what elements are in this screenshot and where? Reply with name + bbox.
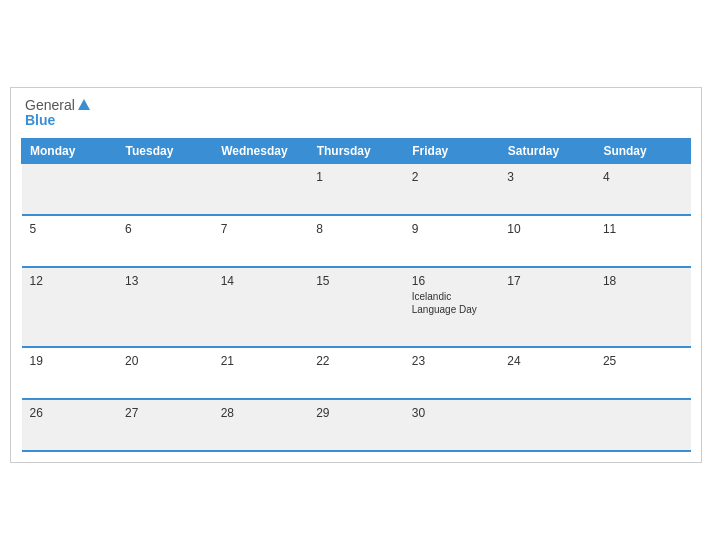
day-number: 13 (125, 274, 205, 288)
day-number: 12 (30, 274, 110, 288)
day-number: 27 (125, 406, 205, 420)
calendar-cell: 1 (308, 164, 404, 216)
calendar-cell: 21 (213, 347, 309, 399)
day-number: 15 (316, 274, 396, 288)
calendar-cell: 29 (308, 399, 404, 451)
calendar-cell: 20 (117, 347, 213, 399)
calendar-cell: 6 (117, 215, 213, 267)
day-number: 5 (30, 222, 110, 236)
calendar-cell (22, 164, 118, 216)
weekday-header-thursday: Thursday (308, 139, 404, 164)
weekday-header-row: MondayTuesdayWednesdayThursdayFridaySatu… (22, 139, 691, 164)
calendar-week-row: 19202122232425 (22, 347, 691, 399)
calendar-week-row: 1234 (22, 164, 691, 216)
calendar-cell: 22 (308, 347, 404, 399)
day-number: 24 (507, 354, 587, 368)
day-number: 10 (507, 222, 587, 236)
calendar-cell: 8 (308, 215, 404, 267)
calendar-cell: 25 (595, 347, 691, 399)
day-number: 21 (221, 354, 301, 368)
calendar-cell: 5 (22, 215, 118, 267)
calendar-week-row: 1213141516Icelandic Language Day1718 (22, 267, 691, 347)
calendar-cell (213, 164, 309, 216)
day-number: 28 (221, 406, 301, 420)
day-number: 16 (412, 274, 492, 288)
calendar-cell: 2 (404, 164, 500, 216)
calendar-cell: 11 (595, 215, 691, 267)
calendar-cell (499, 399, 595, 451)
calendar-cell: 16Icelandic Language Day (404, 267, 500, 347)
calendar-header: General Blue (21, 98, 691, 129)
calendar-cell: 28 (213, 399, 309, 451)
day-number: 17 (507, 274, 587, 288)
day-number: 11 (603, 222, 683, 236)
calendar-cell: 14 (213, 267, 309, 347)
calendar-cell: 17 (499, 267, 595, 347)
calendar-cell: 18 (595, 267, 691, 347)
calendar-cell: 13 (117, 267, 213, 347)
calendar-cell: 9 (404, 215, 500, 267)
calendar-cell: 24 (499, 347, 595, 399)
day-number: 6 (125, 222, 205, 236)
weekday-header-wednesday: Wednesday (213, 139, 309, 164)
day-number: 8 (316, 222, 396, 236)
calendar-cell: 30 (404, 399, 500, 451)
day-number: 26 (30, 406, 110, 420)
calendar-table: MondayTuesdayWednesdayThursdayFridaySatu… (21, 138, 691, 452)
calendar-cell (117, 164, 213, 216)
calendar-cell: 4 (595, 164, 691, 216)
day-number: 9 (412, 222, 492, 236)
day-number: 14 (221, 274, 301, 288)
calendar-week-row: 2627282930 (22, 399, 691, 451)
day-number: 2 (412, 170, 492, 184)
calendar-cell: 23 (404, 347, 500, 399)
calendar-week-row: 567891011 (22, 215, 691, 267)
day-number: 18 (603, 274, 683, 288)
day-number: 4 (603, 170, 683, 184)
weekday-header-monday: Monday (22, 139, 118, 164)
day-number: 7 (221, 222, 301, 236)
weekday-header-friday: Friday (404, 139, 500, 164)
calendar-cell: 19 (22, 347, 118, 399)
event-label: Icelandic Language Day (412, 290, 492, 316)
calendar-cell: 27 (117, 399, 213, 451)
calendar-cell: 12 (22, 267, 118, 347)
calendar-cell: 3 (499, 164, 595, 216)
calendar-container: General Blue MondayTuesdayWednesdayThurs… (10, 87, 702, 464)
day-number: 1 (316, 170, 396, 184)
weekday-header-sunday: Sunday (595, 139, 691, 164)
logo-general-text: General (25, 98, 75, 113)
day-number: 25 (603, 354, 683, 368)
calendar-cell (595, 399, 691, 451)
calendar-cell: 7 (213, 215, 309, 267)
calendar-cell: 26 (22, 399, 118, 451)
logo-blue-text: Blue (25, 113, 55, 128)
logo: General Blue (25, 98, 90, 129)
calendar-cell: 15 (308, 267, 404, 347)
day-number: 20 (125, 354, 205, 368)
weekday-header-tuesday: Tuesday (117, 139, 213, 164)
day-number: 23 (412, 354, 492, 368)
weekday-header-saturday: Saturday (499, 139, 595, 164)
day-number: 3 (507, 170, 587, 184)
day-number: 22 (316, 354, 396, 368)
calendar-cell: 10 (499, 215, 595, 267)
day-number: 19 (30, 354, 110, 368)
logo-triangle-icon (78, 99, 90, 110)
day-number: 30 (412, 406, 492, 420)
day-number: 29 (316, 406, 396, 420)
